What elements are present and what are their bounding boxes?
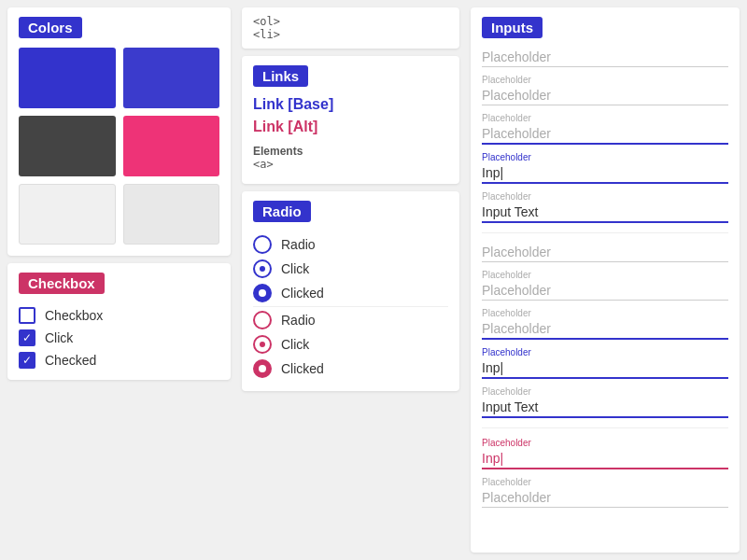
swatch-light-gray-2 <box>123 184 220 245</box>
radio-blue-2[interactable]: Click <box>253 259 448 278</box>
radio-pink-2[interactable]: Click <box>253 335 448 354</box>
input-8[interactable] <box>482 319 728 340</box>
radio-blue-label-2: Click <box>281 261 309 276</box>
color-grid <box>19 48 219 245</box>
inputs-section: Inputs Placeholder Placeholder Placehold… <box>471 7 740 553</box>
input-group-10: Placeholder <box>482 386 728 418</box>
radio-pink-label-1: Radio <box>281 313 316 328</box>
input-12[interactable] <box>482 488 728 508</box>
input-label-4: Placeholder <box>482 152 728 162</box>
links-section: Links Link [Base] Link [Alt] Elements <a… <box>242 56 459 184</box>
input-4[interactable] <box>482 163 728 184</box>
checkmark-icon-2: ✓ <box>22 355 32 366</box>
input-group-6 <box>482 243 728 262</box>
colors-section: Colors <box>7 7 231 256</box>
elements-tag: <a> <box>253 158 448 171</box>
code-line-2: <li> <box>253 28 280 41</box>
radio-blue-list: Radio Click Clicked <box>253 235 448 302</box>
colors-title: Colors <box>19 17 82 38</box>
swatch-dark-gray <box>19 116 116 176</box>
input-group-2: Placeholder <box>482 75 728 105</box>
input-group-8: Placeholder <box>482 308 728 340</box>
radio-circle-filled-pink[interactable] <box>253 359 272 378</box>
checkbox-list: Checkbox ✓ Click ✓ Checked <box>19 307 219 369</box>
radio-circle-active-blue[interactable] <box>253 259 272 278</box>
swatch-light-gray-1 <box>19 184 116 245</box>
radio-blue-3[interactable]: Clicked <box>253 284 448 302</box>
input-group-4: Placeholder <box>482 152 728 184</box>
radio-divider <box>253 306 448 307</box>
input-divider-1 <box>482 232 728 233</box>
swatch-blue-primary <box>19 48 116 108</box>
checkbox-title: Checkbox <box>19 273 105 294</box>
code-snippet: <ol> <li> <box>242 7 459 49</box>
radio-blue-label-3: Clicked <box>281 286 324 301</box>
checkbox-box-unchecked[interactable] <box>19 307 35 324</box>
input-1[interactable] <box>482 48 728 67</box>
checkbox-label-3: Checked <box>45 353 96 368</box>
input-group-12: Placeholder <box>482 477 728 508</box>
input-label-5: Placeholder <box>482 191 728 202</box>
input-label-7: Placeholder <box>482 270 728 280</box>
inputs-title: Inputs <box>482 17 543 38</box>
link-base[interactable]: Link [Base] <box>253 96 448 113</box>
radio-inner-white-pink <box>259 365 266 372</box>
input-label-9: Placeholder <box>482 347 728 357</box>
elements-heading: Elements <box>253 145 303 158</box>
swatch-blue-secondary <box>123 48 220 108</box>
input-group-11: Placeholder <box>482 438 728 469</box>
input-group-5: Placeholder <box>482 191 728 223</box>
checkmark-icon: ✓ <box>22 332 32 343</box>
radio-circle-empty-pink[interactable] <box>253 311 272 329</box>
checkbox-section: Checkbox Checkbox ✓ Click ✓ Checked <box>7 263 231 380</box>
radio-title: Radio <box>253 201 311 222</box>
input-group-9: Placeholder <box>482 347 728 379</box>
links-elements: Elements <a> <box>253 145 448 171</box>
input-11[interactable] <box>482 449 728 469</box>
input-9[interactable] <box>482 358 728 379</box>
checkbox-item-unchecked[interactable]: Checkbox <box>19 307 219 324</box>
right-column: Inputs Placeholder Placeholder Placehold… <box>467 0 747 560</box>
checkbox-box-checked[interactable]: ✓ <box>19 352 35 369</box>
input-3[interactable] <box>482 124 728 145</box>
input-6[interactable] <box>482 243 728 262</box>
radio-pink-label-3: Clicked <box>281 361 324 376</box>
checkbox-item-checked[interactable]: ✓ Checked <box>19 352 219 369</box>
input-10[interactable] <box>482 398 728 418</box>
middle-column: <ol> <li> Links Link [Base] Link [Alt] E… <box>238 0 467 560</box>
radio-pink-label-2: Click <box>281 337 309 352</box>
input-label-3: Placeholder <box>482 113 728 123</box>
input-2[interactable] <box>482 86 728 105</box>
input-label-2: Placeholder <box>482 75 728 85</box>
checkbox-label-2: Click <box>45 330 73 345</box>
radio-circle-empty-blue[interactable] <box>253 235 272 254</box>
input-divider-2 <box>482 427 728 428</box>
input-group-3: Placeholder <box>482 113 728 145</box>
radio-circle-filled-blue[interactable] <box>253 284 272 302</box>
radio-inner-dot-pink <box>260 342 265 347</box>
checkbox-item-click[interactable]: ✓ Click <box>19 329 219 346</box>
link-alt[interactable]: Link [Alt] <box>253 119 448 135</box>
radio-pink-1[interactable]: Radio <box>253 311 448 329</box>
radio-pink-list: Radio Click Clicked <box>253 311 448 378</box>
radio-section: Radio Radio Click Clicked <box>242 191 459 391</box>
swatch-pink <box>123 116 220 176</box>
input-5[interactable] <box>482 203 728 223</box>
input-label-10: Placeholder <box>482 386 728 397</box>
links-title: Links <box>253 65 308 87</box>
radio-circle-active-pink[interactable] <box>253 335 272 354</box>
input-group-7: Placeholder <box>482 270 728 301</box>
input-7[interactable] <box>482 281 728 301</box>
input-label-8: Placeholder <box>482 308 728 318</box>
radio-blue-label-1: Radio <box>281 237 316 252</box>
input-group-1 <box>482 48 728 67</box>
radio-blue-1[interactable]: Radio <box>253 235 448 254</box>
radio-inner-white-blue <box>259 289 266 297</box>
input-label-11: Placeholder <box>482 438 728 448</box>
radio-pink-3[interactable]: Clicked <box>253 359 448 378</box>
checkbox-box-click[interactable]: ✓ <box>19 329 35 346</box>
input-label-12: Placeholder <box>482 477 728 487</box>
code-line-1: <ol> <box>253 15 280 28</box>
left-column: Colors Checkbox Checkbox ✓ Click <box>0 0 238 560</box>
checkbox-label-1: Checkbox <box>45 308 103 323</box>
